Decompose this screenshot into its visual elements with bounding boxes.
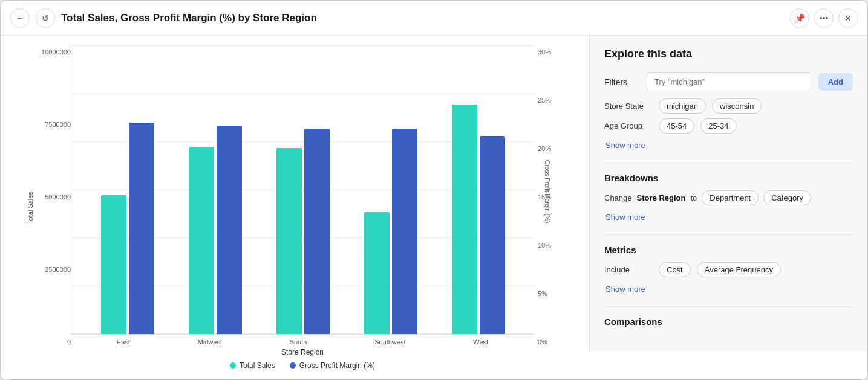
chip-department[interactable]: Department (702, 190, 759, 205)
y-axis-right-label: Gross Profit Margin (%) (543, 159, 550, 222)
breakdowns-section: Breakdowns Change Store Region to Depart… (604, 173, 853, 222)
bar-groups (71, 45, 534, 334)
legend-dot-teal (230, 362, 236, 369)
filter-search-input[interactable] (647, 72, 812, 91)
filter-row-age-group: Age Group 45-54 25-34 (604, 118, 853, 134)
bar-group-south (276, 129, 330, 334)
header-left: ← ↺ Total Sales, Gross Profit Margin (%)… (10, 8, 790, 28)
breakdown-row: Change Store Region to Department Catego… (604, 190, 853, 205)
bar-midwest-total-sales (189, 147, 214, 334)
right-panel: Explore this data Filters Add Store Stat… (589, 36, 867, 351)
legend-total-sales: Total Sales (230, 361, 275, 370)
bar-group-west (452, 105, 505, 334)
filter-row-store-state: Store State michigan wisconsin (604, 98, 853, 114)
legend-dot-blue (290, 362, 296, 369)
metrics-label: Metrics (604, 245, 853, 255)
bar-south-total-sales (276, 148, 302, 334)
x-axis-title: Store Region (71, 348, 534, 356)
legend-label-total-sales: Total Sales (240, 361, 275, 370)
panel-title: Explore this data (604, 48, 853, 60)
filters-label: Filters (604, 77, 641, 87)
y-axis-left-label: Total Sales (27, 192, 34, 224)
chart-inner: East Midwest South Southwest West Store … (71, 45, 534, 370)
bar-west-total-sales (452, 105, 477, 334)
breakdowns-label: Breakdowns (604, 173, 853, 183)
y-axis-right: 30% 25% 20% 15% 10% 5% 0% (534, 45, 567, 370)
right-panel-wrapper: Explore this data Filters Add Store Stat… (589, 36, 867, 379)
chip-category[interactable]: Category (763, 190, 811, 205)
header-right: 📌 ••• ✕ (790, 8, 858, 28)
change-text: Change (604, 193, 632, 202)
breakdown-keyword: Store Region (637, 193, 686, 202)
header: ← ↺ Total Sales, Gross Profit Margin (%)… (1, 1, 867, 36)
chip-wisconsin[interactable]: wisconsin (712, 98, 762, 114)
metrics-show-more[interactable]: Show more (605, 285, 645, 294)
bar-midwest-gross-profit (217, 126, 242, 334)
more-button[interactable]: ••• (814, 8, 834, 28)
filter-search-row: Filters Add (604, 72, 853, 91)
chart-container: Total Sales 10000000 7500000 5000000 250… (10, 45, 579, 370)
add-filter-button[interactable]: Add (818, 73, 853, 91)
breakdowns-show-more[interactable]: Show more (605, 213, 645, 222)
bar-group-southwest (364, 129, 417, 334)
x-axis: East Midwest South Southwest West (71, 335, 534, 346)
filters-section: Filters Add Store State michigan wiscons… (604, 72, 853, 150)
chip-25-34[interactable]: 25-34 (700, 118, 736, 134)
bar-southwest-total-sales (364, 212, 390, 334)
page-title: Total Sales, Gross Profit Margin (%) by … (61, 12, 317, 24)
bar-group-midwest (189, 126, 242, 334)
pin-button[interactable]: 📌 (790, 8, 809, 28)
bar-west-gross-profit (480, 136, 505, 334)
bar-east-gross-profit (129, 123, 154, 334)
age-group-label: Age Group (604, 121, 653, 130)
close-button[interactable]: ✕ (838, 8, 858, 28)
chip-michigan[interactable]: michigan (659, 98, 706, 114)
x-label-west: West (473, 338, 488, 346)
metrics-row: Include Cost Average Frequency (604, 262, 853, 277)
panel-content: Explore this data Filters Add Store Stat… (590, 36, 867, 351)
filters-show-more[interactable]: Show more (605, 141, 645, 150)
store-state-label: Store State (604, 101, 653, 111)
chip-45-54[interactable]: 45-54 (659, 118, 694, 134)
comparisons-section: Comparisons (604, 317, 853, 327)
divider-1 (604, 163, 853, 163)
include-label: Include (604, 265, 653, 274)
x-label-midwest: Midwest (198, 338, 222, 346)
comparisons-label: Comparisons (604, 317, 853, 327)
reload-button[interactable]: ↺ (36, 8, 55, 28)
back-button[interactable]: ← (10, 8, 30, 28)
main-window: ← ↺ Total Sales, Gross Profit Margin (%)… (0, 0, 868, 380)
divider-2 (604, 234, 853, 235)
bar-southwest-gross-profit (392, 129, 417, 334)
divider-3 (604, 306, 853, 307)
chart-bars-area (71, 45, 534, 335)
legend-gross-profit: Gross Profit Margin (%) (290, 361, 375, 370)
bar-group-east (101, 123, 154, 334)
chart-legend: Total Sales Gross Profit Margin (%) (71, 361, 534, 370)
content: Total Sales 10000000 7500000 5000000 250… (1, 36, 867, 379)
chip-average-frequency[interactable]: Average Frequency (697, 262, 781, 277)
legend-label-gross-profit: Gross Profit Margin (%) (299, 361, 375, 370)
chart-area: Total Sales 10000000 7500000 5000000 250… (1, 36, 589, 379)
x-label-southwest: Southwest (374, 338, 405, 346)
x-label-south: South (290, 338, 307, 346)
bar-south-gross-profit (304, 129, 330, 334)
to-text: to (690, 193, 697, 202)
metrics-section: Metrics Include Cost Average Frequency S… (604, 245, 853, 294)
chip-cost[interactable]: Cost (659, 262, 691, 277)
bar-east-total-sales (101, 195, 126, 334)
x-label-east: East (117, 338, 130, 346)
